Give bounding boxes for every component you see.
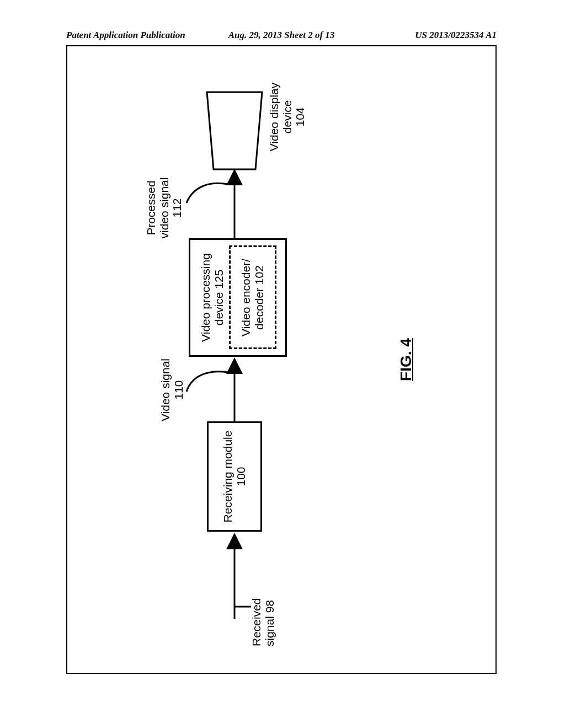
display-icon — [207, 92, 262, 169]
video-signal-label: Video signal 110 — [159, 349, 185, 431]
receiving-module-box: Receiving module 100 — [207, 421, 262, 532]
leader-processed-signal — [186, 173, 231, 206]
figure-area: Received signal 98 Receiving module 100 — [66, 45, 497, 674]
encoder-decoder-box: Video encoder/ decoder 102 — [229, 246, 276, 350]
figure-title: FIG. 4 — [397, 321, 414, 398]
video-processing-label: Video processing device 125 — [199, 253, 225, 342]
leader-received — [234, 606, 251, 608]
leader-video-signal — [186, 364, 231, 397]
processed-signal-label: Processed video signal 112 — [145, 167, 184, 249]
header-right: US 2013/0223534 A1 — [415, 30, 497, 41]
received-signal-label: Received signal 98 — [250, 583, 276, 646]
page-header: Patent Application Publication Aug. 29, … — [66, 30, 497, 44]
svg-marker-4 — [207, 92, 262, 169]
video-display-label: Video display device 104 — [268, 73, 307, 161]
video-processing-box: Video processing device 125 Video encode… — [189, 238, 287, 357]
